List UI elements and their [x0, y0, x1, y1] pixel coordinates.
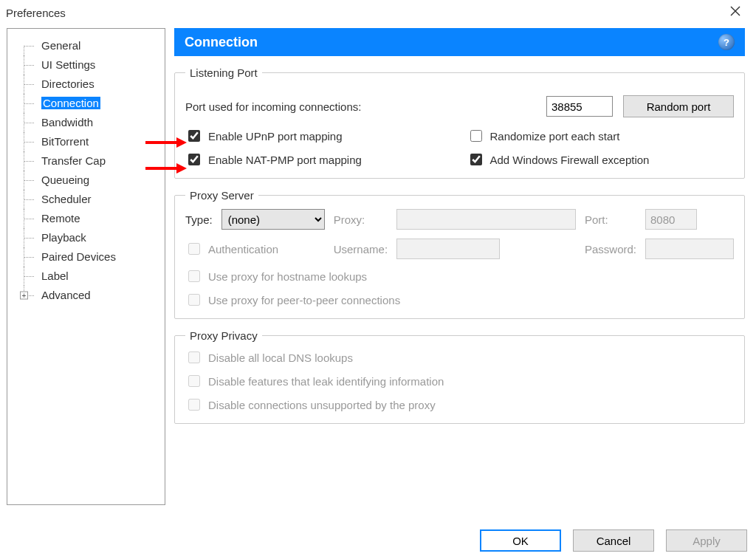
panel-header: Connection ? [174, 28, 745, 56]
proxy-password-label: Password: [585, 243, 636, 256]
ok-button[interactable]: OK [480, 529, 561, 552]
enable-natpmp-checkbox[interactable]: Enable NAT-PMP port mapping [185, 151, 453, 168]
proxy-auth-checkbox[interactable]: Authentication [185, 241, 325, 257]
close-button[interactable] [721, 6, 750, 19]
auth-input[interactable] [188, 243, 200, 255]
sidebar-item-bandwidth[interactable]: Bandwidth [7, 113, 165, 132]
proxy-privacy-group: Proxy Privacy Disable all local DNS look… [174, 329, 745, 424]
proxy-hostname-checkbox[interactable]: Use proxy for hostname lookups [185, 268, 734, 284]
dns-input[interactable] [188, 351, 200, 363]
disable-dns-checkbox[interactable]: Disable all local DNS lookups [185, 349, 734, 366]
help-icon[interactable]: ? [718, 34, 735, 50]
natpmp-input[interactable] [188, 154, 200, 165]
enable-upnp-checkbox[interactable]: Enable UPnP port mapping [185, 128, 453, 144]
leak-input[interactable] [188, 375, 200, 387]
upnp-input[interactable] [188, 130, 200, 142]
sidebar-item-remote[interactable]: Remote [7, 209, 165, 228]
proxy-server-legend: Proxy Server [185, 189, 258, 202]
proxy-username-label: Username: [334, 243, 388, 256]
window-title: Preferences [6, 7, 66, 19]
sidebar-item-label[interactable]: Label [7, 267, 165, 286]
proxy-port-label: Port: [585, 213, 636, 226]
proxy-port-input[interactable] [645, 209, 697, 230]
sidebar-item-scheduler[interactable]: Scheduler [7, 190, 165, 209]
dialog-body: General UI Settings Directories Connecti… [0, 22, 756, 510]
random-port-button[interactable]: Random port [623, 95, 734, 117]
incoming-port-input[interactable] [546, 96, 613, 117]
sidebar-item-ui-settings[interactable]: UI Settings [7, 55, 165, 75]
sidebar-item-bittorrent[interactable]: BitTorrent [7, 132, 165, 151]
panel-title: Connection [185, 35, 258, 50]
sidebar-item-advanced[interactable]: + Advanced [7, 286, 165, 305]
proxy-password-input[interactable] [645, 239, 734, 259]
proxy-type-select[interactable]: (none) [221, 209, 325, 230]
hostname-input[interactable] [188, 270, 200, 282]
expand-icon[interactable]: + [20, 292, 28, 300]
sidebar-item-connection[interactable]: Connection [7, 94, 165, 113]
sidebar-item-directories[interactable]: Directories [7, 75, 165, 94]
sidebar-tree[interactable]: General UI Settings Directories Connecti… [7, 28, 165, 505]
dialog-footer: OK Cancel Apply [480, 529, 747, 552]
proxy-host-label: Proxy: [334, 213, 388, 226]
disable-leak-checkbox[interactable]: Disable features that leak identifying i… [185, 373, 734, 389]
randomize-port-checkbox[interactable]: Randomize port each start [467, 128, 735, 144]
firewall-exception-checkbox[interactable]: Add Windows Firewall exception [467, 151, 735, 168]
proxy-host-input[interactable] [396, 209, 576, 230]
apply-button[interactable]: Apply [666, 529, 747, 552]
sidebar-item-transfer-cap[interactable]: Transfer Cap [7, 151, 165, 171]
titlebar: Preferences [0, 0, 756, 22]
close-icon [730, 6, 740, 16]
randomize-input[interactable] [470, 130, 482, 142]
sidebar-item-queueing[interactable]: Queueing [7, 171, 165, 190]
listening-port-group: Listening Port Port used for incoming co… [174, 66, 745, 179]
proxy-username-input[interactable] [396, 239, 500, 259]
cancel-button[interactable]: Cancel [573, 529, 654, 552]
sidebar-item-general[interactable]: General [7, 36, 165, 55]
proxy-type-label: Type: [185, 213, 213, 226]
proxy-privacy-legend: Proxy Privacy [185, 329, 262, 342]
disable-unsupported-checkbox[interactable]: Disable connections unsupported by the p… [185, 397, 734, 413]
listening-port-legend: Listening Port [185, 66, 262, 79]
sidebar-item-paired-devices[interactable]: Paired Devices [7, 247, 165, 267]
p2p-input[interactable] [188, 294, 200, 306]
port-label: Port used for incoming connections: [185, 100, 361, 113]
proxy-p2p-checkbox[interactable]: Use proxy for peer-to-peer connections [185, 292, 734, 308]
firewall-input[interactable] [470, 154, 482, 165]
proxy-server-group: Proxy Server Type: (none) Proxy: Port: A… [174, 189, 745, 319]
unsupported-input[interactable] [188, 399, 200, 411]
sidebar-item-playback[interactable]: Playback [7, 228, 165, 247]
main-panel: Connection ? Listening Port Port used fo… [170, 22, 752, 510]
